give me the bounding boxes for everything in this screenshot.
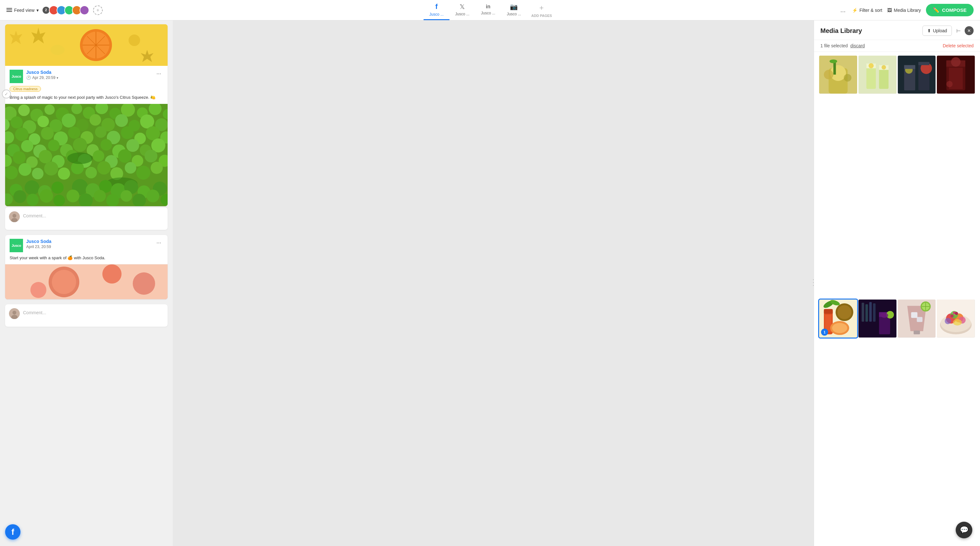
svg-point-89 bbox=[67, 152, 93, 164]
svg-rect-166 bbox=[865, 304, 868, 322]
media-panel-header-right: ⬆ Upload ⊢ ✕ bbox=[923, 25, 974, 36]
tab-instagram-label: Jusco ... bbox=[507, 12, 521, 16]
add-user-button[interactable]: + bbox=[93, 5, 103, 15]
svg-point-192 bbox=[951, 314, 954, 318]
media-grid: 1 bbox=[814, 52, 980, 546]
svg-point-123 bbox=[133, 272, 155, 295]
post-header-2: Jusco Jusco Soda April 23, 20:59 ··· bbox=[5, 235, 168, 255]
media-item-3[interactable] bbox=[898, 56, 936, 94]
media-item-2[interactable] bbox=[859, 56, 897, 94]
facebook-badge[interactable]: f bbox=[5, 524, 21, 540]
svg-point-59 bbox=[100, 139, 112, 151]
media-library-icon: 🖼 bbox=[887, 8, 892, 13]
svg-point-73 bbox=[118, 149, 132, 163]
tab-instagram[interactable]: 📷 Jusco ... bbox=[501, 0, 527, 20]
svg-rect-158 bbox=[824, 309, 833, 314]
svg-point-109 bbox=[94, 190, 106, 202]
post-time-row-2: April 23, 20:59 bbox=[26, 244, 51, 249]
svg-point-151 bbox=[951, 57, 961, 67]
chat-icon: 💬 bbox=[960, 526, 969, 534]
svg-point-190 bbox=[945, 318, 951, 324]
svg-point-113 bbox=[146, 190, 159, 202]
filter-sort-button[interactable]: ⚡ Filter & sort bbox=[852, 8, 883, 13]
media-item-6[interactable] bbox=[859, 300, 897, 338]
post-menu-button-1[interactable]: ··· bbox=[154, 70, 163, 78]
svg-point-86 bbox=[125, 162, 136, 174]
tab-linkedin[interactable]: in Jusco ... bbox=[475, 1, 501, 19]
post-author-2[interactable]: Jusco Soda bbox=[26, 239, 51, 244]
delete-selected-link[interactable]: Delete selected bbox=[943, 43, 974, 48]
upload-icon: ⬆ bbox=[927, 28, 931, 33]
media-panel-actions: ⊢ ✕ bbox=[955, 26, 974, 35]
linkedin-icon: in bbox=[486, 4, 490, 10]
feed-view-button[interactable]: Feed view ▾ bbox=[6, 8, 39, 13]
post-check-1[interactable]: ✓ bbox=[2, 89, 11, 98]
collapse-button[interactable]: ⊢ bbox=[955, 27, 962, 35]
svg-point-31 bbox=[62, 113, 76, 127]
svg-point-46 bbox=[95, 126, 107, 138]
avatar-count: 2 bbox=[43, 7, 49, 14]
svg-rect-167 bbox=[869, 302, 872, 322]
side-panel-toggle[interactable]: ··· bbox=[810, 279, 814, 287]
media-panel-title: Media Library bbox=[820, 27, 862, 35]
media-panel-subheader: 1 file selected discard Delete selected bbox=[814, 40, 980, 52]
svg-point-83 bbox=[85, 167, 97, 178]
media-image-7 bbox=[898, 300, 936, 338]
media-item-7[interactable] bbox=[898, 300, 936, 338]
svg-rect-182 bbox=[917, 317, 923, 322]
svg-point-84 bbox=[97, 161, 111, 175]
media-library-panel: Media Library ⬆ Upload ⊢ ✕ 1 file select… bbox=[814, 21, 980, 546]
post-author-1[interactable]: Jusco Soda bbox=[26, 70, 58, 75]
media-item-5[interactable]: 1 bbox=[819, 300, 857, 338]
add-pages-button[interactable]: ＋ ADD PAGES bbox=[527, 0, 557, 20]
top-navigation: Feed view ▾ 2 + f Jusco ... 𝕏 Jusco ... … bbox=[0, 0, 980, 21]
svg-point-75 bbox=[145, 149, 158, 162]
media-image-3 bbox=[898, 56, 936, 94]
post-time-row-1: 🕐 Apr 29, 20:59 ▾ bbox=[26, 75, 58, 80]
media-item-8[interactable] bbox=[937, 300, 975, 338]
svg-point-61 bbox=[126, 139, 139, 152]
svg-point-99 bbox=[51, 182, 64, 194]
compose-button[interactable]: ✏️ COMPOSE bbox=[926, 4, 974, 16]
fruit-svg bbox=[5, 24, 168, 66]
media-item-1[interactable] bbox=[819, 56, 857, 94]
comment-input-2[interactable]: Comment... bbox=[23, 308, 164, 315]
time-chevron-1[interactable]: ▾ bbox=[57, 76, 58, 79]
fruit-image bbox=[5, 24, 168, 66]
svg-point-40 bbox=[15, 127, 29, 141]
filter-icon: ⚡ bbox=[852, 8, 858, 13]
svg-point-133 bbox=[844, 74, 851, 81]
post-bottom-image bbox=[5, 264, 168, 299]
top-image-card bbox=[5, 24, 168, 66]
tab-facebook[interactable]: f Jusco ... bbox=[423, 0, 449, 20]
post-menu-button-2[interactable]: ··· bbox=[154, 239, 163, 247]
chat-button[interactable]: 💬 bbox=[956, 522, 972, 538]
svg-point-161 bbox=[832, 323, 848, 333]
post-header-left-2: Jusco Jusco Soda April 23, 20:59 bbox=[10, 239, 51, 252]
media-badge-5: 1 bbox=[821, 329, 828, 336]
file-selected-area: 1 file selected discard bbox=[820, 43, 865, 48]
media-library-button[interactable]: 🖼 Media Library bbox=[887, 8, 921, 13]
discard-link[interactable]: discard bbox=[851, 43, 865, 48]
svg-point-48 bbox=[121, 126, 134, 139]
svg-point-122 bbox=[30, 282, 46, 298]
post-info-2: Jusco Soda April 23, 20:59 bbox=[26, 239, 51, 249]
svg-point-16 bbox=[45, 105, 55, 115]
svg-rect-134 bbox=[859, 56, 897, 94]
svg-point-191 bbox=[953, 319, 962, 325]
svg-point-53 bbox=[21, 140, 33, 152]
more-options-button[interactable]: ... bbox=[839, 5, 847, 15]
close-button[interactable]: ✕ bbox=[965, 26, 974, 35]
comment-input-1[interactable]: Comment... bbox=[23, 211, 164, 218]
svg-rect-181 bbox=[911, 312, 917, 318]
svg-point-111 bbox=[121, 190, 132, 202]
post-body-1: Bring a splash of magic to your next poo… bbox=[5, 94, 168, 104]
svg-point-132 bbox=[824, 70, 834, 79]
svg-point-140 bbox=[881, 65, 886, 70]
media-item-4[interactable] bbox=[937, 56, 975, 94]
post-time-2: April 23, 20:59 bbox=[26, 244, 51, 249]
upload-button[interactable]: ⬆ Upload bbox=[923, 25, 952, 36]
tab-twitter[interactable]: 𝕏 Jusco ... bbox=[449, 0, 475, 20]
svg-point-172 bbox=[881, 313, 888, 318]
media-image-1 bbox=[819, 56, 857, 94]
